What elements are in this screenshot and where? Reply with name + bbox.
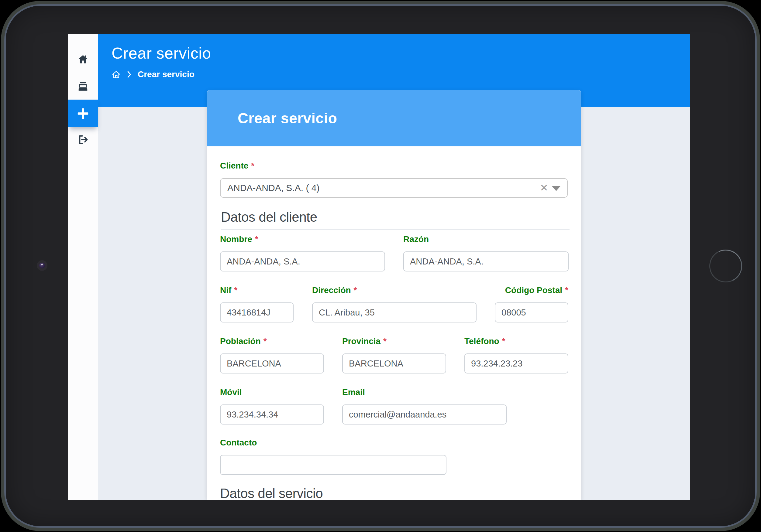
field-contacto: Contacto — [220, 438, 446, 475]
telefono-input[interactable] — [464, 353, 568, 374]
home-button-ring — [709, 250, 742, 282]
provincia-label: Provincia* — [342, 336, 446, 346]
tablet-device: Crear servicio Crear servicio — [0, 0, 761, 532]
poblacion-label: Población* — [220, 336, 324, 346]
sidebar-item-print[interactable] — [68, 81, 98, 92]
field-telefono: Teléfono* — [464, 336, 568, 374]
provincia-input[interactable] — [342, 353, 446, 374]
codigo-postal-input[interactable] — [495, 302, 568, 323]
direccion-input[interactable] — [312, 302, 477, 323]
caret-down-icon[interactable] — [552, 186, 560, 191]
field-nif: Nif* — [220, 285, 294, 323]
home-icon — [78, 54, 88, 65]
printer-icon — [77, 81, 89, 92]
cliente-label: Cliente* — [220, 161, 568, 171]
field-nombre: Nombre* — [220, 234, 385, 272]
required-asterisk: * — [565, 286, 568, 295]
sidebar-item-create[interactable] — [68, 100, 98, 127]
direccion-label: Dirección* — [312, 285, 477, 295]
card-header: Crear servicio — [207, 90, 581, 146]
section-divider — [221, 229, 569, 230]
required-asterisk: * — [354, 286, 357, 295]
required-asterisk: * — [251, 161, 254, 170]
contacto-label: Contacto — [220, 438, 446, 448]
email-input[interactable] — [342, 404, 507, 425]
field-razon: Razón — [403, 234, 569, 272]
nombre-label: Nombre* — [220, 234, 385, 244]
poblacion-input[interactable] — [220, 353, 324, 374]
sidebar-item-logout[interactable] — [68, 134, 98, 145]
required-asterisk: * — [263, 337, 267, 346]
razon-input[interactable] — [403, 251, 569, 272]
nombre-input[interactable] — [220, 251, 385, 272]
field-codigo-postal: Código Postal* — [495, 285, 568, 323]
section-title-datos-cliente: Datos del cliente — [221, 209, 317, 225]
required-asterisk: * — [502, 337, 505, 346]
breadcrumb: Crear servicio — [112, 68, 195, 80]
card-title: Crear servicio — [207, 110, 337, 127]
codigo-postal-label: Código Postal* — [495, 285, 568, 295]
field-cliente: Cliente* ANDA-ANDA, S.A. ( 4) ✕ — [220, 161, 568, 198]
sidebar — [68, 34, 98, 500]
app-screen: Crear servicio Crear servicio — [68, 34, 690, 500]
nif-input[interactable] — [220, 302, 294, 323]
field-email: Email — [342, 387, 507, 425]
required-asterisk: * — [383, 337, 386, 346]
cliente-select[interactable]: ANDA-ANDA, S.A. ( 4) ✕ — [220, 178, 568, 198]
field-poblacion: Población* — [220, 336, 324, 374]
logout-icon — [78, 134, 88, 145]
clear-icon[interactable]: ✕ — [540, 183, 548, 193]
chevron-right-icon — [127, 71, 132, 78]
razon-label: Razón — [403, 234, 569, 244]
create-service-card: Crear servicio Cliente* ANDA-ANDA, S.A. … — [207, 90, 581, 500]
nif-label: Nif* — [220, 285, 294, 295]
field-provincia: Provincia* — [342, 336, 446, 374]
required-asterisk: * — [255, 235, 258, 244]
cliente-select-value: ANDA-ANDA, S.A. ( 4) — [227, 183, 320, 193]
movil-label: Móvil — [220, 387, 324, 398]
plus-icon — [76, 107, 90, 121]
required-asterisk: * — [234, 286, 237, 295]
email-label: Email — [342, 387, 507, 398]
telefono-label: Teléfono* — [464, 336, 568, 346]
home-outline-icon[interactable] — [112, 70, 121, 79]
camera-lens — [37, 260, 47, 271]
field-movil: Móvil — [220, 387, 324, 425]
section-title-datos-servicio: Datos del servicio — [220, 486, 323, 500]
contacto-input[interactable] — [220, 455, 446, 475]
sidebar-item-home[interactable] — [68, 54, 98, 65]
movil-input[interactable] — [220, 404, 324, 425]
card-body: Cliente* ANDA-ANDA, S.A. ( 4) ✕ Datos de… — [207, 146, 581, 500]
field-direccion: Dirección* — [312, 285, 477, 323]
breadcrumb-current[interactable]: Crear servicio — [138, 70, 195, 79]
page-title: Crear servicio — [112, 43, 211, 63]
